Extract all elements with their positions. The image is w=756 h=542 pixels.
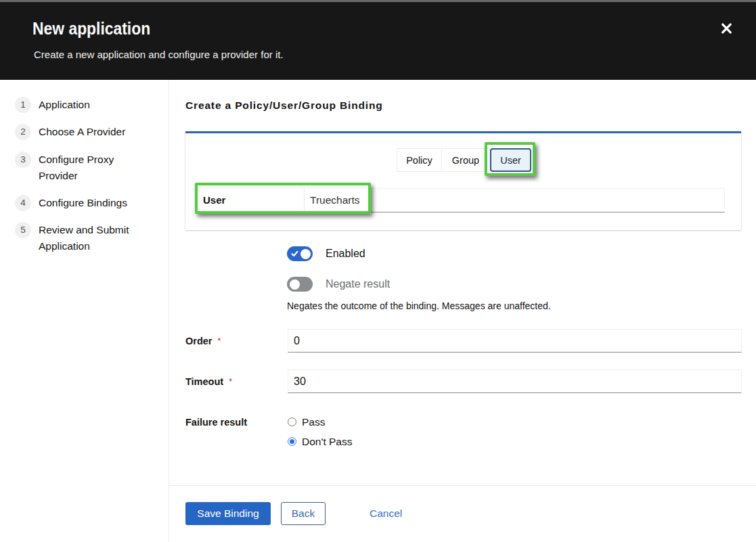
back-button[interactable]: Back — [281, 502, 326, 525]
radio-dont-pass-label: Don't Pass — [302, 437, 352, 446]
wizard-step-choose-provider[interactable]: 2 Choose A Provider — [15, 124, 157, 140]
form-heading: Create a Policy/User/Group Binding — [185, 99, 383, 112]
step-number: 2 — [15, 124, 31, 140]
radio-pass-label: Pass — [302, 417, 325, 426]
negate-result-toggle[interactable] — [287, 277, 313, 292]
step-number: 4 — [15, 195, 31, 211]
wizard-step-configure-bindings[interactable]: 4 Configure Bindings — [15, 195, 157, 211]
user-select[interactable]: Truecharts — [305, 189, 360, 212]
user-binding-row: User Truecharts — [198, 188, 725, 212]
timeout-label-text: Timeout — [185, 376, 223, 387]
step-label: Choose A Provider — [39, 124, 125, 140]
modal-header: New application Create a new application… — [0, 2, 756, 80]
enabled-toggle[interactable] — [287, 246, 313, 261]
modal-subtitle: Create a new application and configure a… — [34, 48, 284, 62]
step-label: Application — [39, 97, 90, 113]
binding-type-toggle-group: Policy Group User — [397, 148, 531, 172]
binding-card — [185, 131, 741, 230]
timeout-input[interactable] — [288, 369, 742, 393]
failure-option-dont-pass: Don't Pass — [288, 437, 352, 446]
required-asterisk: * — [229, 377, 232, 386]
modal-title: New application — [32, 18, 150, 39]
tab-group[interactable]: Group — [441, 148, 490, 172]
required-asterisk: * — [218, 336, 221, 346]
wizard-step-configure-proxy-provider[interactable]: 3 Configure Proxy Provider — [15, 152, 157, 184]
wizard-step-application[interactable]: 1 Application — [15, 97, 157, 113]
toggle-knob — [290, 279, 300, 290]
new-application-modal: New application Create a new application… — [0, 0, 756, 542]
save-binding-button[interactable]: Save Binding — [185, 502, 271, 525]
order-label: Order* — [185, 336, 221, 346]
enabled-label: Enabled — [326, 246, 365, 261]
step-label: Configure Bindings — [39, 195, 127, 211]
toggle-knob — [301, 249, 311, 259]
wizard-step-review-submit[interactable]: 5 Review and Submit Application — [15, 222, 157, 254]
cancel-button[interactable]: Cancel — [370, 502, 402, 525]
tab-policy[interactable]: Policy — [397, 148, 442, 172]
radio-pass[interactable] — [288, 417, 296, 426]
step-label: Review and Submit Application — [39, 222, 152, 254]
wizard-steps-nav: 1 Application 2 Choose A Provider 3 Conf… — [15, 97, 157, 254]
binding-row-label: User — [199, 189, 305, 212]
sidebar-divider — [169, 80, 169, 542]
failure-option-pass: Pass — [288, 417, 325, 426]
step-number: 3 — [15, 152, 31, 168]
radio-dont-pass[interactable] — [288, 437, 296, 446]
tab-user[interactable]: User — [490, 148, 531, 172]
order-label-text: Order — [185, 336, 213, 346]
negate-result-label: Negate result — [326, 277, 390, 292]
timeout-label: Timeout* — [185, 376, 232, 387]
order-input[interactable] — [288, 329, 742, 353]
step-number: 1 — [15, 97, 31, 113]
close-button[interactable] — [716, 20, 738, 41]
step-label: Configure Proxy Provider — [39, 152, 152, 184]
footer-divider — [169, 485, 756, 486]
negate-result-description: Negates the outcome of the binding. Mess… — [287, 300, 551, 311]
step-number: 5 — [15, 222, 31, 238]
failure-result-label: Failure result — [185, 417, 247, 428]
